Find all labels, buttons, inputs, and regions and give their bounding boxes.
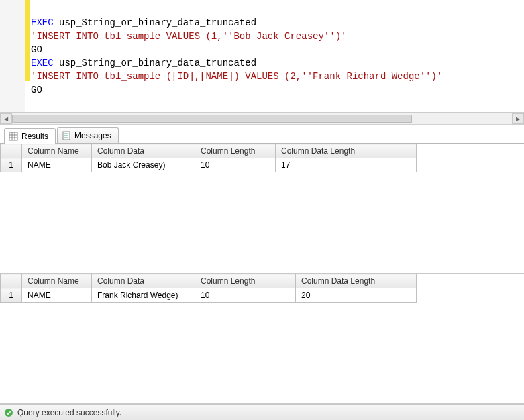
column-header[interactable]: Column Data Length <box>296 274 417 288</box>
grid-icon <box>9 132 18 141</box>
tab-results[interactable]: Results <box>4 128 56 144</box>
result-grid-2[interactable]: Column Name Column Data Column Length Co… <box>0 274 524 404</box>
success-icon <box>4 408 13 417</box>
cell: 10 <box>195 288 296 303</box>
table-row[interactable]: 1 NAME Bob Jack Creasey) 10 17 <box>1 158 417 172</box>
string-literal: 'INSERT INTO tbl_sample VALUES (1,''Bob … <box>31 31 346 42</box>
results-panel: Column Name Column Data Column Length Co… <box>0 144 524 404</box>
scroll-left-button[interactable]: ◀ <box>0 113 12 124</box>
cell: 17 <box>276 158 417 172</box>
keyword-exec: EXEC <box>31 58 54 68</box>
column-header[interactable]: Column Data <box>92 274 195 288</box>
column-header[interactable]: Column Data Length <box>276 144 417 158</box>
row-number: 1 <box>1 288 22 303</box>
column-header[interactable]: Column Name <box>22 274 92 288</box>
column-header[interactable]: Column Data <box>92 144 195 158</box>
keyword-go: GO <box>31 85 42 95</box>
editor-horizontal-scrollbar[interactable]: ◀ ▶ <box>0 113 524 125</box>
row-number: 1 <box>1 158 22 172</box>
tab-label: Results <box>21 132 48 141</box>
results-tabs: Results Messages <box>0 125 524 144</box>
code-content: EXEC usp_String_or_binary_data_truncated… <box>31 3 442 97</box>
cell: Bob Jack Creasey) <box>92 158 195 172</box>
table-row[interactable]: 1 NAME Frank Richard Wedge) 10 20 <box>1 288 417 303</box>
keyword-exec: EXEC <box>31 17 54 28</box>
result-grid-1[interactable]: Column Name Column Data Column Length Co… <box>0 144 524 274</box>
scroll-thumb[interactable] <box>12 115 412 123</box>
string-literal: 'INSERT INTO tbl_sample ([ID],[NAME]) VA… <box>31 71 442 82</box>
grid-table: Column Name Column Data Column Length Co… <box>0 274 417 303</box>
grid-corner <box>1 274 22 288</box>
column-header[interactable]: Column Length <box>195 144 276 158</box>
status-text: Query executed successfully. <box>17 408 121 417</box>
document-icon <box>62 131 71 140</box>
grid-table: Column Name Column Data Column Length Co… <box>0 144 417 172</box>
cell: 10 <box>195 158 276 172</box>
column-header[interactable]: Column Length <box>195 274 296 288</box>
grid-corner <box>1 144 22 158</box>
cell: 20 <box>296 288 417 303</box>
editor-gutter <box>0 0 25 112</box>
scroll-right-button[interactable]: ▶ <box>512 113 524 124</box>
column-header[interactable]: Column Name <box>22 144 92 158</box>
sql-editor[interactable]: EXEC usp_String_or_binary_data_truncated… <box>0 0 524 113</box>
tab-label: Messages <box>74 131 111 140</box>
keyword-go: GO <box>31 44 42 55</box>
cell: Frank Richard Wedge) <box>92 288 195 303</box>
tab-messages[interactable]: Messages <box>57 127 119 143</box>
status-bar: Query executed successfully. <box>0 404 524 420</box>
cell: NAME <box>22 288 92 303</box>
cell: NAME <box>22 158 92 172</box>
editor-change-marker <box>25 0 30 81</box>
svg-rect-0 <box>9 132 17 140</box>
